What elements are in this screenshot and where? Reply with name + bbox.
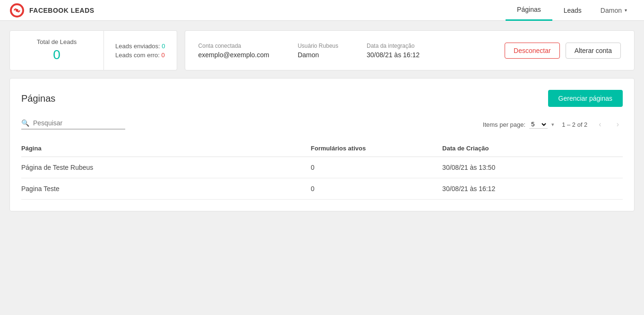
leads-error-row: Leads com erro: 0 bbox=[115, 52, 165, 59]
nav-paginas[interactable]: Páginas bbox=[506, 0, 552, 21]
account-user-field: Usuário Rubeus Damon bbox=[298, 43, 338, 59]
total-leads-value: 0 bbox=[21, 47, 92, 62]
logo-container: FACEBOOK LEADS bbox=[9, 3, 94, 18]
account-date-label: Data da integração bbox=[367, 43, 420, 49]
user-name: Damon bbox=[601, 7, 622, 14]
leads-sent-label: Leads enviados: bbox=[115, 43, 160, 50]
stats-account-row: Total de Leads 0 Leads enviados: 0 Leads… bbox=[9, 30, 635, 70]
user-menu[interactable]: Damon ▾ bbox=[593, 7, 635, 14]
leads-sent-value: 0 bbox=[162, 43, 165, 50]
pagination-controls: Items per page: 5 10 25 ▾ 1 – 2 of 2 ‹ › bbox=[483, 118, 623, 131]
cell-page: Pagina Teste bbox=[21, 178, 292, 200]
cell-forms: 0 bbox=[292, 178, 442, 200]
table-row: Pagina Teste 0 30/08/21 às 16:12 bbox=[21, 178, 623, 200]
search-icon: 🔍 bbox=[21, 119, 29, 127]
leads-error-value: 0 bbox=[162, 52, 165, 59]
pages-section: Páginas Gerenciar páginas 🔍 Items per pa… bbox=[9, 78, 635, 211]
leads-sent-row: Leads enviados: 0 bbox=[115, 43, 165, 50]
main-content: Total de Leads 0 Leads enviados: 0 Leads… bbox=[0, 21, 644, 221]
app-header: FACEBOOK LEADS Páginas Leads Damon ▾ bbox=[0, 0, 644, 21]
pages-table: Página Formulários ativos Data de Criaçã… bbox=[21, 140, 623, 200]
pages-section-header: Páginas Gerenciar páginas bbox=[21, 90, 623, 107]
total-leads-card: Total de Leads 0 bbox=[9, 30, 104, 70]
manage-pages-button[interactable]: Gerenciar páginas bbox=[548, 90, 623, 107]
search-pagination-row: 🔍 Items per page: 5 10 25 ▾ 1 – 2 of 2 ‹… bbox=[21, 118, 623, 131]
search-box: 🔍 bbox=[21, 119, 125, 130]
cell-page: Página de Teste Rubeus bbox=[21, 157, 292, 178]
pages-title: Páginas bbox=[21, 93, 55, 104]
col-header-page: Página bbox=[21, 140, 292, 157]
col-header-forms: Formulários ativos bbox=[292, 140, 442, 157]
account-user-value: Damon bbox=[298, 51, 338, 59]
col-header-date: Data de Criação bbox=[442, 140, 623, 157]
chevron-down-icon: ▾ bbox=[551, 122, 554, 128]
change-account-button[interactable]: Alterar conta bbox=[566, 43, 621, 59]
table-body: Página de Teste Rubeus 0 30/08/21 às 13:… bbox=[21, 157, 623, 200]
total-leads-label: Total de Leads bbox=[21, 38, 92, 45]
items-per-page-label: Items per page: bbox=[483, 121, 525, 128]
account-email-field: Conta conectada exemplo@exemplo.com bbox=[198, 43, 269, 59]
disconnect-button[interactable]: Desconectar bbox=[505, 43, 560, 59]
account-user-label: Usuário Rubeus bbox=[298, 43, 338, 49]
app-logo-icon bbox=[9, 3, 25, 18]
table-header: Página Formulários ativos Data de Criaçã… bbox=[21, 140, 623, 157]
nav-leads[interactable]: Leads bbox=[552, 0, 593, 21]
account-date-field: Data da integração 30/08/21 às 16:12 bbox=[367, 43, 420, 59]
pagination-next-button[interactable]: › bbox=[613, 118, 623, 131]
items-per-page: Items per page: 5 10 25 ▾ bbox=[483, 120, 554, 129]
account-email-label: Conta conectada bbox=[198, 43, 269, 49]
account-date-value: 30/08/21 às 16:12 bbox=[367, 51, 420, 59]
cell-date: 30/08/21 às 16:12 bbox=[442, 178, 623, 200]
chevron-down-icon: ▾ bbox=[625, 8, 627, 13]
pagination-prev-button[interactable]: ‹ bbox=[595, 118, 605, 131]
leads-stats-card: Leads enviados: 0 Leads com erro: 0 bbox=[104, 30, 177, 70]
svg-point-2 bbox=[16, 9, 18, 12]
main-nav: Páginas Leads Damon ▾ bbox=[506, 0, 635, 21]
account-actions: Desconectar Alterar conta bbox=[505, 43, 621, 59]
search-input[interactable] bbox=[33, 119, 118, 127]
table-row: Página de Teste Rubeus 0 30/08/21 às 13:… bbox=[21, 157, 623, 178]
per-page-select[interactable]: 5 10 25 bbox=[529, 120, 548, 129]
leads-error-label: Leads com erro: bbox=[115, 52, 160, 59]
cell-date: 30/08/21 às 13:50 bbox=[442, 157, 623, 178]
account-card: Conta conectada exemplo@exemplo.com Usuá… bbox=[185, 30, 635, 70]
pagination-info: 1 – 2 of 2 bbox=[562, 121, 587, 128]
app-title: FACEBOOK LEADS bbox=[29, 7, 94, 14]
account-email-value: exemplo@exemplo.com bbox=[198, 51, 269, 59]
cell-forms: 0 bbox=[292, 157, 442, 178]
